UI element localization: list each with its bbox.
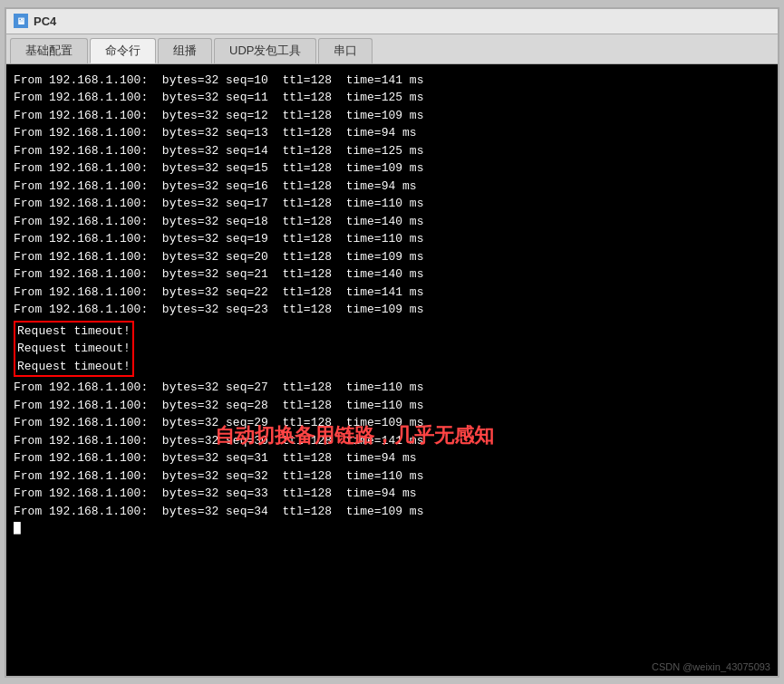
terminal-line: From 192.168.1.100: bytes=32 seq=21 ttl=… (14, 265, 770, 284)
tab-multicast[interactable]: 组播 (158, 38, 212, 63)
window-title: PC4 (34, 14, 56, 28)
terminal-line: From 192.168.1.100: bytes=32 seq=23 ttl=… (14, 301, 770, 319)
main-window: 🖥 PC4 基础配置 命令行 组播 UDP发包工具 串口 From 192.16… (5, 7, 779, 678)
window-icon: 🖥 (14, 14, 28, 28)
title-bar: 🖥 PC4 (6, 9, 778, 34)
terminal-line: From 192.168.1.100: bytes=32 seq=11 ttl=… (14, 89, 770, 107)
timeout-line: Request timeout! (15, 323, 132, 341)
terminal-line: From 192.168.1.100: bytes=32 seq=19 ttl=… (14, 230, 770, 248)
tab-bar: 基础配置 命令行 组播 UDP发包工具 串口 (6, 34, 778, 64)
terminal-line: From 192.168.1.100: bytes=32 seq=14 ttl=… (14, 142, 770, 160)
terminal-line: From 192.168.1.100: bytes=32 seq=18 ttl=… (14, 213, 770, 231)
terminal-line: From 192.168.1.100: bytes=32 seq=10 ttl=… (14, 72, 770, 90)
terminal-line: From 192.168.1.100: bytes=32 seq=13 ttl=… (14, 124, 770, 142)
annotation-text: 自动切换备用链路，几乎无感知 (215, 422, 494, 449)
terminal-area[interactable]: From 192.168.1.100: bytes=32 seq=10 ttl=… (6, 64, 778, 676)
tab-serial[interactable]: 串口 (318, 38, 373, 63)
terminal-line: From 192.168.1.100: bytes=32 seq=15 ttl=… (14, 159, 770, 178)
terminal-line: From 192.168.1.100: bytes=32 seq=31 ttl=… (14, 449, 770, 467)
tab-cmd[interactable]: 命令行 (90, 38, 156, 63)
tab-udp[interactable]: UDP发包工具 (214, 38, 316, 63)
watermark: CSDN @weixin_43075093 (652, 661, 770, 672)
terminal-line: From 192.168.1.100: bytes=32 seq=12 ttl=… (14, 107, 770, 125)
timeout-line: Request timeout! (15, 340, 132, 358)
tab-basic[interactable]: 基础配置 (10, 38, 88, 63)
terminal-cursor: █ (14, 520, 770, 538)
terminal-line: From 192.168.1.100: bytes=32 seq=34 ttl=… (14, 503, 770, 521)
terminal-output: From 192.168.1.100: bytes=32 seq=10 ttl=… (14, 72, 770, 538)
terminal-line: From 192.168.1.100: bytes=32 seq=32 ttl=… (14, 467, 770, 486)
terminal-line: From 192.168.1.100: bytes=32 seq=17 ttl=… (14, 195, 770, 213)
terminal-line: From 192.168.1.100: bytes=32 seq=22 ttl=… (14, 284, 770, 302)
terminal-line: From 192.168.1.100: bytes=32 seq=16 ttl=… (14, 178, 770, 196)
terminal-line: From 192.168.1.100: bytes=32 seq=27 ttl=… (14, 379, 770, 397)
terminal-line: From 192.168.1.100: bytes=32 seq=28 ttl=… (14, 397, 770, 415)
terminal-line: From 192.168.1.100: bytes=32 seq=20 ttl=… (14, 248, 770, 266)
timeout-line: Request timeout! (15, 358, 132, 376)
terminal-line: From 192.168.1.100: bytes=32 seq=33 ttl=… (14, 485, 770, 503)
